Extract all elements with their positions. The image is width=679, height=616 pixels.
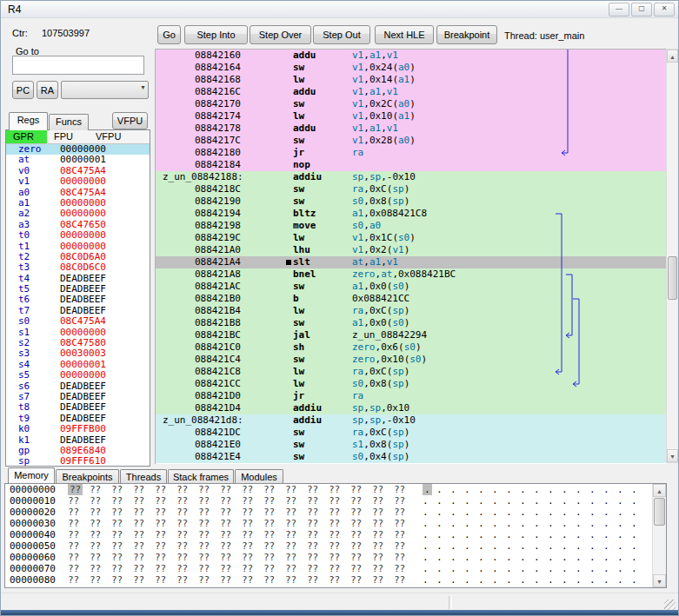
memory-byte[interactable]: ?? (90, 507, 111, 518)
register-row[interactable]: t6DEADBEEF (6, 295, 150, 305)
memory-row[interactable]: 00000040????????????????????????????????… (5, 529, 666, 540)
memory-byte[interactable]: ?? (176, 540, 198, 552)
memory-byte[interactable]: ?? (198, 518, 220, 529)
disasm-row[interactable]: 08842198moves0,a0 (156, 220, 667, 232)
memory-byte[interactable]: ?? (263, 484, 285, 495)
memory-byte[interactable]: ?? (133, 518, 155, 529)
memory-byte[interactable]: ?? (307, 495, 329, 507)
memory-byte[interactable]: ?? (285, 529, 307, 540)
memory-byte[interactable]: ?? (285, 484, 307, 495)
memory-byte[interactable]: ?? (176, 574, 198, 586)
memory-byte[interactable]: ?? (90, 529, 111, 540)
memory-byte[interactable]: ?? (176, 518, 198, 529)
disassembly-scrollbar[interactable]: ▲ ▼ (666, 49, 679, 463)
memory-byte[interactable]: ?? (242, 552, 263, 563)
memory-byte[interactable]: ?? (220, 518, 242, 529)
memory-row[interactable]: 00000010????????????????????????????????… (5, 495, 666, 507)
memory-byte[interactable]: ?? (220, 529, 242, 540)
vfpu-button[interactable]: VFPU (112, 112, 148, 129)
memory-byte[interactable]: ?? (111, 507, 133, 518)
memory-byte[interactable]: ?? (263, 574, 285, 586)
register-row[interactable]: sp09FFF610 (6, 456, 150, 467)
memory-byte[interactable]: ?? (329, 518, 350, 529)
memory-byte[interactable]: ?? (155, 495, 176, 507)
memory-byte[interactable]: ?? (176, 552, 198, 563)
memory-byte[interactable]: ?? (350, 552, 372, 563)
register-row[interactable]: s500000000 (6, 370, 150, 381)
disasm-row[interactable]: 088421A8bnelzero,at,0x088421BC (156, 268, 667, 281)
memory-byte[interactable]: ?? (242, 529, 263, 540)
memory-byte[interactable]: ?? (198, 529, 220, 540)
memory-byte[interactable]: ?? (220, 563, 242, 574)
memory-byte[interactable]: ?? (68, 529, 90, 540)
memory-byte[interactable]: ?? (372, 540, 394, 552)
disasm-row[interactable]: 0884217Cswv1,0x28(a0) (156, 135, 667, 147)
memory-byte[interactable]: ?? (155, 518, 176, 529)
disasm-row[interactable]: 088421B0b0x088421CC (156, 293, 667, 305)
memory-byte[interactable]: ?? (68, 540, 90, 552)
memory-byte[interactable]: ?? (350, 495, 372, 507)
memory-byte[interactable]: ?? (242, 495, 263, 507)
disassembly-panel[interactable]: 08842160adduv1,a1,v108842164swv1,0x24(a0… (155, 49, 667, 464)
memory-byte[interactable]: ?? (68, 563, 90, 574)
memory-byte[interactable]: ?? (198, 552, 220, 563)
memory-row[interactable]: 00000080????????????????????????????????… (5, 574, 666, 586)
memory-byte[interactable]: ?? (68, 574, 90, 586)
memory-byte[interactable]: ?? (111, 540, 133, 552)
memory-byte[interactable]: ?? (285, 552, 307, 563)
tab-memory[interactable]: Memory (8, 467, 55, 483)
memory-byte[interactable]: ?? (111, 495, 133, 507)
disasm-row[interactable]: 08842164swv1,0x24(a0) (156, 62, 667, 74)
memory-byte[interactable]: ?? (307, 552, 329, 563)
goto-input[interactable] (12, 56, 144, 75)
memory-byte[interactable]: ?? (242, 540, 263, 552)
step-into-button[interactable]: Step Into (184, 25, 248, 44)
disasm-row[interactable]: 088421C8lwra,0xC(sp) (156, 366, 667, 378)
scroll-down-icon[interactable]: ▼ (667, 449, 678, 462)
memory-byte[interactable]: ?? (155, 529, 176, 540)
memory-byte[interactable]: ?? (372, 552, 394, 563)
minimize-icon[interactable]: — (609, 3, 629, 17)
disasm-row[interactable]: 08842160adduv1,a1,v1 (156, 50, 667, 62)
memory-byte[interactable]: ?? (329, 574, 350, 586)
disasm-row[interactable]: 0884219Clwv1,0x1C(s0) (156, 232, 667, 244)
tab-funcs[interactable]: Funcs (49, 114, 89, 130)
memory-byte[interactable]: ?? (372, 529, 394, 540)
memory-byte[interactable]: ?? (285, 518, 307, 529)
memory-byte[interactable]: ?? (350, 507, 372, 518)
memory-byte[interactable]: ?? (90, 518, 111, 529)
memory-row[interactable]: 00000050????????????????????????????????… (5, 540, 666, 552)
memory-byte[interactable]: ?? (263, 507, 285, 518)
memory-byte[interactable]: ?? (133, 495, 155, 507)
disasm-row[interactable]: 08842174lwv1,0x10(a1) (156, 110, 667, 123)
memory-byte[interactable]: ?? (155, 507, 176, 518)
memory-byte[interactable]: ?? (155, 484, 176, 495)
memory-byte[interactable]: ?? (329, 552, 350, 563)
memory-byte[interactable]: ?? (133, 529, 155, 540)
register-row[interactable]: t000000000 (6, 230, 150, 241)
memory-byte[interactable]: ?? (285, 540, 307, 552)
memory-byte[interactable]: ?? (68, 495, 90, 507)
memory-byte[interactable]: ?? (111, 529, 133, 540)
memory-byte[interactable]: ?? (394, 518, 416, 529)
memory-byte[interactable]: ?? (68, 484, 90, 495)
memory-byte[interactable]: ?? (242, 563, 263, 574)
memory-byte[interactable]: ?? (329, 484, 350, 495)
memory-byte[interactable]: ?? (242, 518, 263, 529)
disasm-row[interactable]: 088421D4addiusp,sp,0x10 (156, 402, 667, 414)
disasm-row[interactable]: 08842194bltza1,0x088421C8 (156, 208, 667, 220)
memory-byte[interactable]: ?? (90, 484, 111, 495)
disasm-row[interactable]: 088421A0lhuv1,0x2(v1) (156, 244, 667, 256)
memory-byte[interactable]: ?? (372, 507, 394, 518)
memory-byte[interactable]: ?? (263, 563, 285, 574)
memory-byte[interactable]: ?? (307, 574, 329, 586)
scroll-up-icon[interactable]: ▲ (653, 484, 666, 497)
tab-regs[interactable]: Regs (9, 112, 48, 130)
memory-byte[interactable]: ?? (307, 529, 329, 540)
memory-byte[interactable]: ?? (111, 574, 133, 586)
memory-byte[interactable]: ?? (155, 540, 176, 552)
memory-byte[interactable]: ?? (372, 563, 394, 574)
disasm-row[interactable]: 08842190sws0,0x8(sp) (156, 195, 667, 208)
memory-panel[interactable]: 00000000????????????????????????????????… (4, 483, 667, 588)
memory-byte[interactable]: ?? (68, 507, 90, 518)
